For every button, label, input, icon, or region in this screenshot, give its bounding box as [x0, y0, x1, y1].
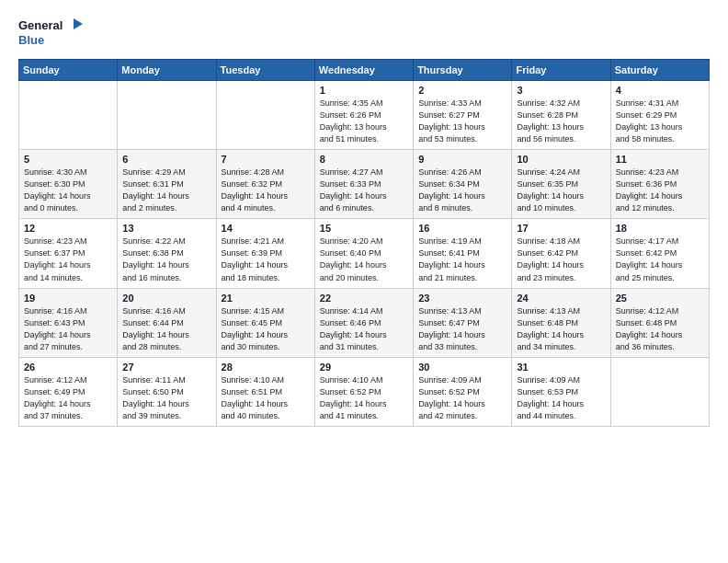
day-number: 15 — [320, 223, 408, 234]
day-info-line: Daylight: 14 hours — [418, 398, 506, 410]
header: General Blue — [18, 15, 710, 50]
day-info-line: and 33 minutes. — [418, 341, 506, 353]
weekday-header-row: SundayMondayTuesdayWednesdayThursdayFrid… — [19, 60, 710, 81]
day-info-line: Sunset: 6:52 PM — [320, 386, 408, 398]
day-info-line: Daylight: 14 hours — [517, 259, 605, 271]
day-info-line: Daylight: 14 hours — [320, 259, 408, 271]
day-info-line: Sunset: 6:35 PM — [517, 178, 605, 190]
week-row-5: 26Sunrise: 4:12 AMSunset: 6:49 PMDayligh… — [19, 357, 710, 426]
day-info-line: Daylight: 13 hours — [616, 121, 704, 133]
day-info-line: Daylight: 14 hours — [616, 329, 704, 341]
day-info-line: Sunset: 6:44 PM — [122, 317, 210, 329]
week-row-4: 19Sunrise: 4:16 AMSunset: 6:43 PMDayligh… — [19, 288, 710, 357]
day-info-line: Sunset: 6:45 PM — [222, 317, 310, 329]
day-info-line: Daylight: 14 hours — [122, 329, 210, 341]
day-info-line: Sunrise: 4:29 AM — [122, 167, 210, 178]
day-info-line: Daylight: 13 hours — [320, 121, 408, 133]
day-number: 8 — [320, 154, 408, 165]
day-info-line: Sunrise: 4:12 AM — [24, 374, 112, 386]
day-info-line: Daylight: 14 hours — [320, 329, 408, 341]
day-number: 16 — [418, 223, 506, 234]
day-number: 21 — [222, 293, 310, 304]
week-row-2: 5Sunrise: 4:30 AMSunset: 6:30 PMDaylight… — [19, 150, 710, 219]
day-info-line: Sunrise: 4:10 AM — [320, 374, 408, 386]
day-info-line: Sunset: 6:39 PM — [222, 247, 310, 259]
day-info-line: Sunrise: 4:16 AM — [24, 305, 112, 317]
day-info-line: Daylight: 13 hours — [517, 121, 605, 133]
day-info-line: Sunset: 6:42 PM — [517, 247, 605, 259]
day-info-line: and 34 minutes. — [517, 341, 605, 353]
calendar-cell: 17Sunrise: 4:18 AMSunset: 6:42 PMDayligh… — [512, 219, 610, 288]
day-info-line: Sunrise: 4:16 AM — [122, 305, 210, 317]
day-info-line: Sunrise: 4:13 AM — [418, 305, 506, 317]
day-info-line: Sunset: 6:38 PM — [122, 247, 210, 259]
calendar-cell: 26Sunrise: 4:12 AMSunset: 6:49 PMDayligh… — [19, 357, 118, 426]
calendar-cell: 16Sunrise: 4:19 AMSunset: 6:41 PMDayligh… — [414, 219, 512, 288]
weekday-header-tuesday: Tuesday — [216, 60, 314, 81]
day-info-line: Sunrise: 4:30 AM — [24, 167, 112, 178]
day-info-line: and 44 minutes. — [517, 410, 605, 422]
day-info-line: Sunset: 6:28 PM — [517, 109, 605, 121]
day-info-line: and 4 minutes. — [222, 202, 310, 214]
calendar-cell: 30Sunrise: 4:09 AMSunset: 6:52 PMDayligh… — [414, 357, 512, 426]
day-info-line: Sunrise: 4:22 AM — [122, 236, 210, 247]
day-info-line: Sunset: 6:46 PM — [320, 317, 408, 329]
day-info-line: Sunrise: 4:23 AM — [24, 236, 112, 247]
day-info-line: Sunrise: 4:13 AM — [517, 305, 605, 317]
day-number: 19 — [24, 293, 112, 304]
week-row-1: 1Sunrise: 4:35 AMSunset: 6:26 PMDaylight… — [19, 81, 710, 150]
day-info-line: Sunset: 6:42 PM — [616, 247, 704, 259]
day-info-line: and 25 minutes. — [616, 272, 704, 284]
day-info-line: Sunset: 6:41 PM — [418, 247, 506, 259]
day-info-line: and 12 minutes. — [616, 202, 704, 214]
calendar-cell: 1Sunrise: 4:35 AMSunset: 6:26 PMDaylight… — [314, 81, 413, 150]
day-info-line: Daylight: 14 hours — [122, 398, 210, 410]
day-info-line: Sunrise: 4:26 AM — [418, 167, 506, 178]
day-info-line: Daylight: 14 hours — [222, 329, 310, 341]
weekday-header-saturday: Saturday — [610, 60, 709, 81]
day-info-line: Sunrise: 4:11 AM — [122, 374, 210, 386]
calendar-cell: 4Sunrise: 4:31 AMSunset: 6:29 PMDaylight… — [610, 81, 709, 150]
day-info-line: Daylight: 14 hours — [418, 259, 506, 271]
calendar-cell: 14Sunrise: 4:21 AMSunset: 6:39 PMDayligh… — [216, 219, 314, 288]
day-info-line: Daylight: 14 hours — [122, 190, 210, 202]
day-info-line: and 27 minutes. — [24, 341, 112, 353]
day-number: 6 — [122, 154, 210, 165]
day-info-line: Daylight: 14 hours — [24, 190, 112, 202]
day-info-line: Sunrise: 4:35 AM — [320, 98, 408, 109]
day-info-line: Sunrise: 4:33 AM — [418, 98, 506, 109]
day-info-line: Daylight: 14 hours — [222, 259, 310, 271]
day-info-line: and 58 minutes. — [616, 133, 704, 145]
weekday-header-thursday: Thursday — [414, 60, 512, 81]
day-number: 12 — [24, 223, 112, 234]
day-info-line: and 51 minutes. — [320, 133, 408, 145]
calendar-cell: 13Sunrise: 4:22 AMSunset: 6:38 PMDayligh… — [118, 219, 216, 288]
calendar-cell: 7Sunrise: 4:28 AMSunset: 6:32 PMDaylight… — [216, 150, 314, 219]
day-info-line: Sunset: 6:33 PM — [320, 178, 408, 190]
day-info-line: and 41 minutes. — [320, 410, 408, 422]
day-number: 29 — [320, 362, 408, 373]
day-info-line: Sunrise: 4:32 AM — [517, 98, 605, 109]
day-info-line: Sunrise: 4:21 AM — [222, 236, 310, 247]
day-info-line: Sunset: 6:53 PM — [517, 386, 605, 398]
calendar-cell: 28Sunrise: 4:10 AMSunset: 6:51 PMDayligh… — [216, 357, 314, 426]
calendar-cell — [610, 357, 709, 426]
day-info-line: Sunrise: 4:09 AM — [418, 374, 506, 386]
day-info-line: Daylight: 14 hours — [222, 190, 310, 202]
day-info-line: Sunrise: 4:15 AM — [222, 305, 310, 317]
day-info-line: Sunset: 6:32 PM — [222, 178, 310, 190]
day-info-line: Sunset: 6:36 PM — [616, 178, 704, 190]
logo: General Blue — [18, 15, 83, 50]
calendar-cell: 22Sunrise: 4:14 AMSunset: 6:46 PMDayligh… — [314, 288, 413, 357]
calendar-cell: 20Sunrise: 4:16 AMSunset: 6:44 PMDayligh… — [118, 288, 216, 357]
day-number: 24 — [517, 293, 605, 304]
day-info-line: Sunrise: 4:20 AM — [320, 236, 408, 247]
day-number: 9 — [418, 154, 506, 165]
day-info-line: Sunset: 6:49 PM — [24, 386, 112, 398]
day-info-line: and 6 minutes. — [320, 202, 408, 214]
day-number: 22 — [320, 293, 408, 304]
day-number: 31 — [517, 362, 605, 373]
calendar-cell: 31Sunrise: 4:09 AMSunset: 6:53 PMDayligh… — [512, 357, 610, 426]
day-info-line: Daylight: 14 hours — [222, 398, 310, 410]
day-info-line: Sunset: 6:48 PM — [616, 317, 704, 329]
